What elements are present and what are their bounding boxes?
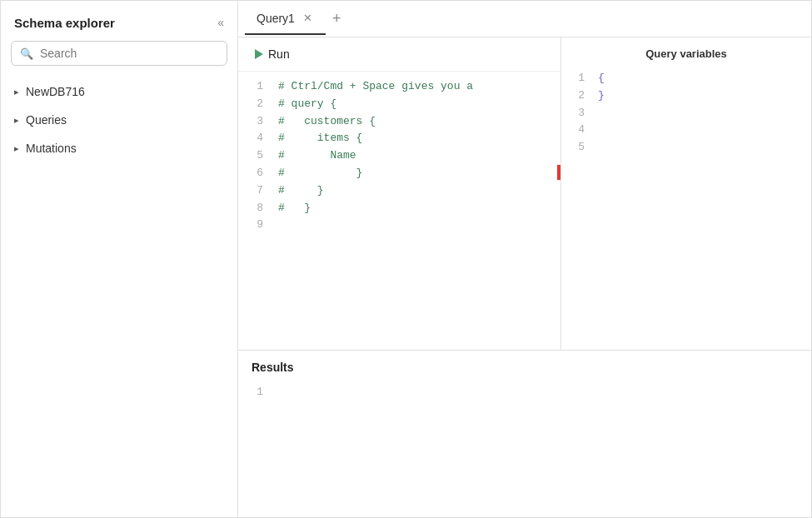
tab-query1[interactable]: Query1 ✕ xyxy=(245,3,326,35)
sidebar-header: Schema explorer « xyxy=(1,14,237,41)
vars-content: { } xyxy=(591,70,811,157)
search-input[interactable] xyxy=(40,47,218,60)
code-line-8: # } xyxy=(278,200,554,217)
code-editor[interactable]: 1 2 3 4 5 6 7 8 9 # Ctrl/Cmd + Space giv… xyxy=(238,72,560,350)
code-line-2: # query { xyxy=(278,96,554,113)
code-line-6: # } xyxy=(278,165,554,182)
red-cursor-indicator xyxy=(557,165,560,180)
run-button[interactable]: Run xyxy=(248,44,296,64)
editor-toolbar: Run xyxy=(238,37,560,72)
code-line-5: # Name xyxy=(278,147,554,165)
vars-line-numbers: 1 2 3 4 5 xyxy=(561,70,591,157)
sidebar-item-newdb[interactable]: ▸ NewDB716 xyxy=(1,77,237,106)
tab-bar: Query1 ✕ + xyxy=(238,1,811,37)
search-icon: 🔍 xyxy=(20,47,33,60)
query-variables-panel: Query variables 1 2 3 4 5 { } xyxy=(561,37,811,350)
search-box: 🔍 xyxy=(11,41,227,66)
results-line-numbers: 1 xyxy=(238,384,271,401)
code-content: # Ctrl/Cmd + Space gives you a # query {… xyxy=(271,78,560,343)
results-area: Results 1 xyxy=(238,351,811,517)
tab-close-button[interactable]: ✕ xyxy=(301,12,314,23)
chevron-right-icon-queries: ▸ xyxy=(14,115,19,126)
run-label: Run xyxy=(268,47,290,61)
vars-line-2: { xyxy=(598,70,805,87)
code-line-1: # Ctrl/Cmd + Space gives you a xyxy=(278,78,554,96)
vars-editor[interactable]: 1 2 3 4 5 { } xyxy=(561,67,811,160)
sidebar-title: Schema explorer xyxy=(14,16,115,30)
chevron-right-icon-mutations: ▸ xyxy=(14,143,19,154)
sidebar-item-queries[interactable]: ▸ Queries xyxy=(1,106,237,134)
tab-label: Query1 xyxy=(257,12,295,25)
results-line-number-1: 1 xyxy=(257,386,263,398)
main-panel: Query1 ✕ + Run 1 2 3 4 5 xyxy=(238,1,811,517)
query-variables-title: Query variables xyxy=(561,37,811,67)
code-line-7: # } xyxy=(278,182,554,200)
collapse-button[interactable]: « xyxy=(214,14,227,31)
editor-left-panel: Run 1 2 3 4 5 6 7 8 9 # Ctrl/Cmd + Space… xyxy=(238,37,561,350)
sidebar-item-label-queries: Queries xyxy=(26,113,67,127)
play-icon xyxy=(255,49,263,59)
sidebar-item-mutations[interactable]: ▸ Mutations xyxy=(1,134,237,162)
line-numbers: 1 2 3 4 5 6 7 8 9 xyxy=(238,78,271,343)
results-title: Results xyxy=(238,351,811,381)
code-line-4: # items { xyxy=(278,130,554,147)
code-line-3: # customers { xyxy=(278,113,554,131)
sidebar-item-label-mutations: Mutations xyxy=(26,142,77,155)
tab-add-button[interactable]: + xyxy=(326,7,348,31)
editor-area: Run 1 2 3 4 5 6 7 8 9 # Ctrl/Cmd + Space… xyxy=(238,37,811,351)
sidebar-item-label-newdb: NewDB716 xyxy=(26,85,85,98)
vars-line-4: } xyxy=(598,87,805,105)
sidebar: Schema explorer « 🔍 ▸ NewDB716 ▸ Queries… xyxy=(1,1,238,517)
chevron-right-icon: ▸ xyxy=(14,87,19,97)
results-content: 1 xyxy=(238,381,811,405)
